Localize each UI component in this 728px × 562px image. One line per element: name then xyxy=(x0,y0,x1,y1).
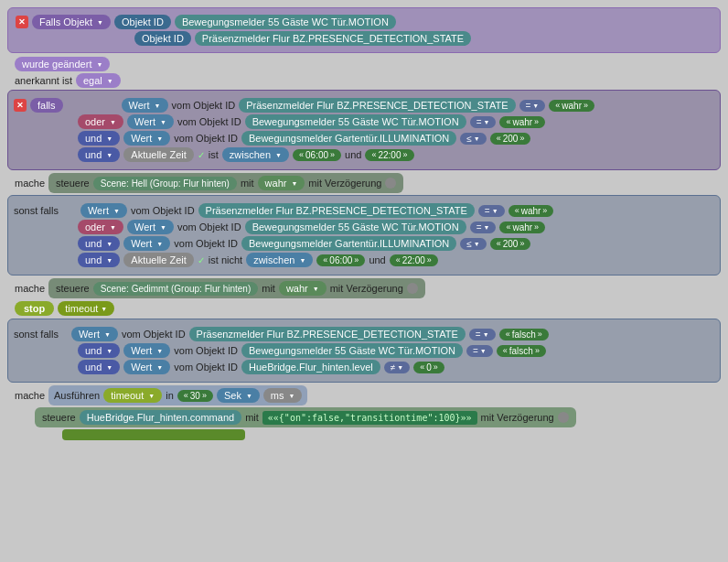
aktuelle-zeit-sf1[interactable]: Aktuelle Zeit xyxy=(123,253,194,267)
steuere2-label: steuere xyxy=(56,283,90,294)
scene2-pill[interactable]: Scene: Gedimmt (Group: Flur hinten) xyxy=(93,282,259,296)
wert-sf2-3[interactable]: Wert xyxy=(123,360,170,374)
mache2-label: mache xyxy=(15,283,45,294)
steuere-val[interactable]: {"on":false,"transitiontime":100} xyxy=(262,411,477,425)
val-sf1-2[interactable]: wahr xyxy=(499,222,545,233)
steuere1-label: steuere xyxy=(56,178,90,189)
ms-pill[interactable]: ms xyxy=(263,388,303,403)
und-sf2-2[interactable]: und xyxy=(78,360,120,374)
wert-sf1-1[interactable]: Wert xyxy=(80,203,127,218)
sonst-falls1-section: sonst falls Wert vom Objekt ID Präsenzme… xyxy=(7,195,721,276)
val-sf2-2[interactable]: falsch xyxy=(497,345,546,357)
wurde-geandert-pill[interactable]: wurde geändert xyxy=(15,57,110,71)
obj-val-3[interactable]: Bewegungsmelder Gartentür.ILLUMINATION xyxy=(241,131,456,146)
wert-sf2-1[interactable]: Wert xyxy=(71,327,118,341)
op-sf1-2[interactable]: = xyxy=(470,222,497,233)
objekt-value-1[interactable]: Bewegungsmelder 55 Gäste WC Tür.MOTION xyxy=(175,15,396,29)
steuere-mit-label: mit xyxy=(245,412,259,423)
mache2-section: mache steuere Scene: Gedimmt (Group: Flu… xyxy=(15,278,721,298)
mit-verz1-label: mit Verzögerung xyxy=(308,178,381,189)
wert-pill-3[interactable]: Wert xyxy=(123,131,170,146)
val-sf2-1[interactable]: falsch xyxy=(499,329,549,340)
val-1[interactable]: wahr xyxy=(549,100,594,112)
close-icon-falls[interactable]: ✕ xyxy=(16,16,28,28)
op-sf2-2[interactable]: = xyxy=(466,345,493,357)
und-sf1-1[interactable]: und xyxy=(78,236,120,251)
timeout-label[interactable]: timeout xyxy=(103,388,162,403)
op-sf1-3[interactable]: ≤ xyxy=(460,238,486,250)
num-val[interactable]: 30 xyxy=(177,390,213,402)
obj-sf2-1[interactable]: Präsenzmelder Flur BZ.PRESENCE_DETECTION… xyxy=(189,327,466,341)
main-container: ✕ Falls Objekt Objekt ID Bewegungsmelder… xyxy=(0,0,728,562)
time-val-2[interactable]: 22:00 xyxy=(365,149,413,161)
timeout-pill[interactable]: timeout xyxy=(58,301,114,316)
val-sf1-3[interactable]: 200 xyxy=(490,238,531,250)
steuere1-row: steuere Scene: Hell (Group: Flur hinten)… xyxy=(48,173,403,193)
close-icon-falls-inner[interactable]: ✕ xyxy=(14,99,27,112)
val-sf1-1[interactable]: wahr xyxy=(509,205,554,217)
obj-sf1-2[interactable]: Bewegungsmelder 55 Gäste WC Tür.MOTION xyxy=(245,220,466,234)
mit2-label: mit xyxy=(262,283,275,294)
zwischen-pill-1[interactable]: zwischen xyxy=(222,147,289,162)
val-3[interactable]: 200 xyxy=(490,133,531,145)
und-pill-2[interactable]: und xyxy=(78,147,120,162)
oder-pill-1[interactable]: oder xyxy=(78,114,123,129)
und-sf1-2[interactable]: und xyxy=(78,253,120,267)
op-2[interactable]: = xyxy=(470,116,497,128)
sek-pill[interactable]: Sek xyxy=(217,388,260,403)
time-val-1[interactable]: 06:00 xyxy=(293,149,341,161)
check-icon-1: ✓ xyxy=(198,150,205,160)
und-sf2-1[interactable]: und xyxy=(78,343,120,358)
wahr1-pill[interactable]: wahr xyxy=(258,176,305,190)
mache3-label: mache xyxy=(15,390,45,401)
obj-val-2[interactable]: Bewegungsmelder 55 Gäste WC Tür.MOTION xyxy=(245,114,466,129)
wert-sf1-2[interactable]: Wert xyxy=(127,220,174,234)
zwischen-sf1[interactable]: zwischen xyxy=(246,253,313,267)
obj-sf1-3[interactable]: Bewegungsmelder Gartentür.ILLUMINATION xyxy=(241,236,456,251)
egal-pill[interactable]: egal xyxy=(76,73,121,88)
wahr2-pill[interactable]: wahr xyxy=(279,281,327,296)
time-sf1-1[interactable]: 06:00 xyxy=(316,254,365,266)
wert-sf1-3[interactable]: Wert xyxy=(123,236,170,251)
objekt-id-label-1: Objekt ID xyxy=(114,15,171,29)
trigger-section: wurde geändert xyxy=(15,57,721,71)
anerkannt-section: anerkannt ist egal xyxy=(15,73,721,88)
op-sf2-3[interactable]: ≠ xyxy=(384,362,410,373)
falls-objekt-section: ✕ Falls Objekt Objekt ID Bewegungsmelder… xyxy=(7,7,721,53)
stop-pill[interactable]: stop xyxy=(15,301,54,316)
val-sf2-3[interactable]: 0 xyxy=(413,362,444,373)
falls-label[interactable]: falls xyxy=(30,98,63,113)
bottom-bar xyxy=(62,429,245,440)
steuere-obj-pill[interactable]: HueBridge.Flur_hinten.command xyxy=(80,410,241,425)
ausführen-label: Ausführen xyxy=(54,390,100,401)
op-sf2-1[interactable]: = xyxy=(469,329,496,340)
steuere-mit-verz: mit Verzögerung xyxy=(481,412,554,423)
objekt-value-2[interactable]: Präsenzmelder Flur BZ.PRESENCE_DETECTION… xyxy=(195,31,471,46)
und-pill-1[interactable]: und xyxy=(78,131,120,146)
val-2[interactable]: wahr xyxy=(499,116,545,128)
wert-sf2-2[interactable]: Wert xyxy=(123,343,170,358)
obj-sf1-1[interactable]: Präsenzmelder Flur BZ.PRESENCE_DETECTION… xyxy=(198,203,475,218)
scene1-pill[interactable]: Scene: Hell (Group: Flur hinten) xyxy=(93,177,237,190)
ausführen-row: Ausführen timeout in 30 Sek ms xyxy=(48,385,307,405)
time-sf1-2[interactable]: 22:00 xyxy=(390,254,438,266)
aktuelle-zeit-pill[interactable]: Aktuelle Zeit xyxy=(123,147,194,162)
verz1-icon xyxy=(385,178,396,189)
op-1[interactable]: = xyxy=(519,100,546,112)
wert-pill-2[interactable]: Wert xyxy=(127,114,174,129)
op-sf1-1[interactable]: = xyxy=(478,205,505,217)
stop-timeout-row: stop timeout xyxy=(15,301,721,316)
oder-sf1-pill[interactable]: oder xyxy=(78,220,123,234)
steuere-final: steuere HueBridge.Flur_hinten.command mi… xyxy=(35,407,576,427)
falls-objekt-pill[interactable]: Falls Objekt xyxy=(32,15,111,29)
op-3[interactable]: ≤ xyxy=(460,133,486,145)
check-icon-sf1: ✓ xyxy=(198,255,205,265)
wert-pill-1[interactable]: Wert xyxy=(122,98,168,113)
mache1-label: mache xyxy=(15,178,45,189)
obj-val-1[interactable]: Präsenzmelder Flur BZ.PRESENCE_DETECTION… xyxy=(239,98,515,113)
sonst-falls2-label: sonst falls xyxy=(14,329,59,340)
obj-sf2-2[interactable]: Bewegungsmelder 55 Gäste WC Tür.MOTION xyxy=(241,343,463,358)
mit-verz2-label: mit Verzögerung xyxy=(330,283,403,294)
obj-sf2-3[interactable]: HueBridge.Flur_hinten.level xyxy=(241,360,380,374)
falls-section: ✕ falls Wert vom Objekt ID Präsenzmelder… xyxy=(7,90,721,170)
